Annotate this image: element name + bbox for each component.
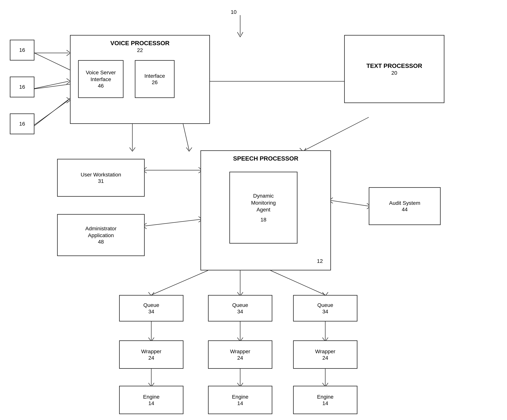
engine-center-box: Engine 14 [208,386,272,414]
input-16-box-2: 16 [10,77,35,97]
voice-processor-box: VOICE PROCESSOR 22 Voice ServerInterface… [70,35,210,124]
svg-line-12 [145,219,200,226]
interface-26-box: Interface 26 [135,60,175,98]
svg-line-14 [151,270,208,295]
svg-line-16 [270,270,325,295]
input-16-box-3: 16 [10,113,35,134]
speech-processor-box: SPEECH PROCESSOR DynamicMonitoringAgent … [200,150,331,270]
voice-server-interface-box: Voice ServerInterface 46 [78,60,123,98]
audit-system-box: Audit System 44 [369,187,441,225]
queue-right-box: Queue 34 [293,295,357,322]
queue-center-box: Queue 34 [208,295,272,322]
input-16-box-1: 16 [10,40,35,61]
user-workstation-box: User Workstation 31 [57,159,145,197]
svg-line-6 [35,100,69,125]
wrapper-center-box: Wrapper 24 [208,340,272,369]
engine-right-box: Engine 14 [293,386,357,414]
engine-left-box: Engine 14 [119,386,183,414]
svg-line-3 [35,98,70,126]
administrator-application-box: AdministratorApplication 48 [57,214,145,256]
wrapper-left-box: Wrapper 24 [119,340,183,369]
svg-line-9 [303,117,369,151]
queue-left-box: Queue 34 [119,295,183,322]
svg-line-13 [331,200,369,206]
svg-line-2 [35,84,70,89]
svg-line-5 [35,81,69,89]
diagram: 10 [0,0,507,420]
text-processor-box: TEXT PROCESSOR 20 [344,35,444,103]
dynamic-monitoring-agent-box: DynamicMonitoringAgent 18 [229,172,297,244]
svg-line-1 [35,53,70,70]
ref-10-label: 10 [231,9,237,15]
wrapper-right-box: Wrapper 24 [293,340,357,369]
